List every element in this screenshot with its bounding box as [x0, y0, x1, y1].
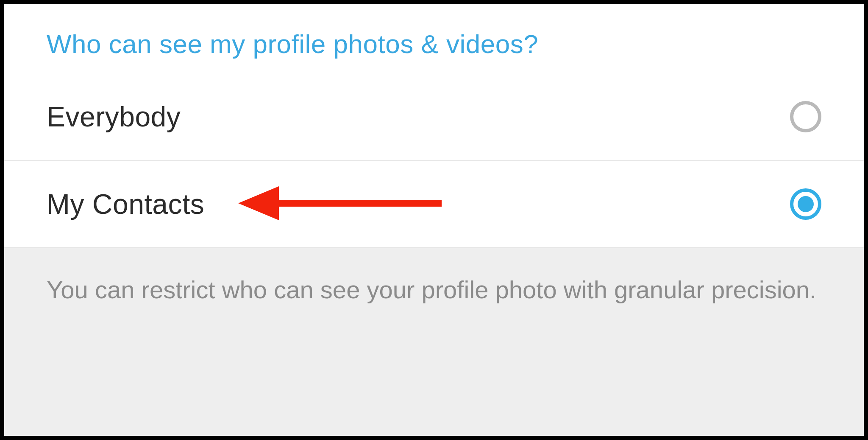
option-everybody[interactable]: Everybody — [4, 73, 864, 160]
radio-unselected-icon[interactable] — [790, 101, 821, 132]
annotation-arrow-icon — [238, 180, 450, 228]
section-title: Who can see my profile photos & videos? — [4, 4, 864, 73]
settings-panel: Who can see my profile photos & videos? … — [0, 0, 868, 440]
section-footer-text: You can restrict who can see your profil… — [4, 247, 864, 436]
radio-selected-icon[interactable] — [790, 188, 821, 220]
option-label: My Contacts — [47, 188, 204, 220]
option-label: Everybody — [47, 101, 181, 133]
svg-marker-1 — [238, 186, 279, 220]
option-my-contacts[interactable]: My Contacts — [4, 160, 864, 247]
